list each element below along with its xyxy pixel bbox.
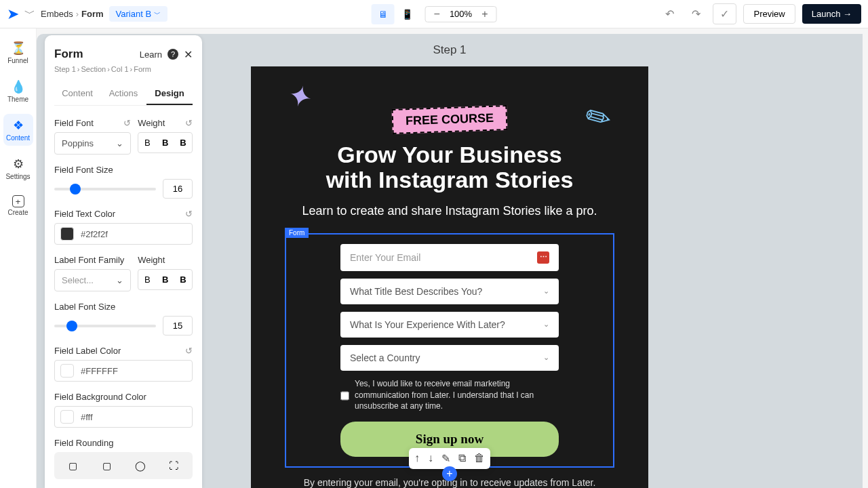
reset-icon[interactable]: ↺	[123, 118, 131, 128]
variant-selector[interactable]: Variant B ﹀	[109, 6, 168, 22]
country-select[interactable]: Select a Country⌄	[340, 345, 559, 371]
check-button[interactable]: ✓	[713, 3, 736, 24]
select-label: What Is Your Experience With Later?	[350, 319, 505, 330]
move-down-icon[interactable]: ↓	[428, 452, 433, 465]
zoom-in-button[interactable]: +	[479, 8, 490, 20]
chevron-down-icon: ﹀	[154, 9, 161, 19]
settings-icon: ⚙	[13, 157, 24, 171]
zoom-out-button[interactable]: −	[431, 8, 443, 20]
move-up-icon[interactable]: ↑	[414, 452, 420, 465]
email-field[interactable]: Enter Your Email ⋯	[340, 244, 559, 271]
reset-icon[interactable]: ↺	[185, 209, 193, 219]
pencil-icon: ✎	[579, 96, 618, 139]
launch-button[interactable]: Launch →	[802, 4, 861, 24]
field-font-size-label: Field Font Size	[54, 165, 113, 175]
help-icon[interactable]: ?	[167, 49, 178, 60]
reset-icon[interactable]: ↺	[185, 346, 193, 356]
rail-label: Funnel	[7, 57, 28, 64]
rail-funnel[interactable]: ⏳Funnel	[3, 37, 33, 68]
consent-checkbox[interactable]	[340, 380, 349, 412]
field-text-color-input[interactable]: #2f2f2f	[54, 223, 193, 245]
color-value: #FFFFFF	[81, 366, 118, 376]
variant-label: Variant B	[116, 9, 152, 19]
chevron-down-icon: ⌄	[543, 287, 549, 296]
label-font-size-input[interactable]	[163, 316, 193, 336]
rail-create[interactable]: +Create	[3, 191, 33, 220]
field-label-color-input[interactable]: #FFFFFF	[54, 360, 193, 382]
app-logo[interactable]: ➤	[7, 5, 19, 23]
weight-bold[interactable]: B	[156, 270, 174, 289]
rail-label: Theme	[7, 96, 28, 103]
label-font-family-select[interactable]: Select...⌄	[54, 269, 131, 291]
weight-bold[interactable]: B	[156, 133, 174, 152]
topbar-left: ➤ ﹀ Embeds › Form Variant B ﹀	[7, 5, 167, 23]
design-panel: Form Learn ? ✕ Step 1›Section›Col 1›Form…	[45, 35, 202, 488]
weight-regular[interactable]: B	[138, 270, 156, 289]
tab-actions[interactable]: Actions	[100, 83, 146, 105]
label-font-size-slider[interactable]	[54, 325, 156, 327]
weight-black[interactable]: B	[174, 270, 192, 289]
headline: Grow Your Businesswith Instagram Stories	[285, 142, 614, 193]
panel-tabs: Content Actions Design	[54, 83, 193, 106]
chevron-down-icon: ⌄	[116, 275, 123, 285]
field-font-size-input[interactable]	[163, 179, 193, 199]
title-select[interactable]: What Title Best Describes You?⌄	[340, 279, 559, 304]
topbar-center: 🖥 📱 − 100% +	[372, 4, 497, 24]
learn-link[interactable]: Learn	[140, 49, 162, 60]
redo-icon[interactable]: ↷	[686, 3, 706, 24]
preview-button[interactable]: Preview	[743, 4, 795, 24]
field-font-size-slider[interactable]	[54, 188, 156, 190]
rounding-full[interactable]: ⛶	[158, 455, 191, 476]
field-font-select[interactable]: Poppins⌄	[54, 132, 131, 155]
field-text-color-label: Field Text Color	[54, 209, 115, 219]
close-icon[interactable]: ✕	[184, 48, 193, 61]
form-region[interactable]: Form Enter Your Email ⋯ What Title Best …	[285, 233, 614, 468]
experience-select[interactable]: What Is Your Experience With Later?⌄	[340, 312, 559, 338]
field-bg-color-input[interactable]: #fff	[54, 406, 193, 428]
select-label: Select a Country	[350, 352, 420, 363]
panel-title: Form	[54, 47, 83, 61]
free-course-badge: FREE COURSE	[391, 105, 507, 134]
label-font-size-label: Label Font Size	[54, 302, 115, 312]
tab-design[interactable]: Design	[146, 83, 193, 105]
weight-buttons: BBB	[138, 269, 193, 290]
rounding-pill[interactable]: ◯	[124, 455, 157, 476]
left-rail: ⏳Funnel 💧Theme ❖Content ⚙Settings +Creat…	[0, 28, 37, 488]
rail-label: Content	[6, 134, 30, 142]
desktop-icon[interactable]: 🖥	[372, 4, 395, 24]
undo-icon[interactable]: ↶	[660, 3, 679, 24]
zoom-level: 100%	[450, 9, 472, 19]
chevron-down-icon[interactable]: ﹀	[24, 7, 35, 21]
weight-buttons: BBB	[138, 132, 193, 153]
breadcrumb-embeds[interactable]: Embeds	[41, 9, 73, 19]
rail-label: Create	[7, 209, 28, 216]
duplicate-icon[interactable]: ⧉	[458, 452, 466, 465]
breadcrumb-form[interactable]: Form	[81, 9, 104, 19]
chevron-down-icon: ⌄	[543, 320, 549, 329]
field-rounding-label: Field Rounding	[54, 438, 113, 448]
rounding-small[interactable]: ▢	[91, 455, 123, 476]
mobile-icon[interactable]: 📱	[395, 4, 420, 24]
rail-content[interactable]: ❖Content	[3, 114, 33, 146]
rounding-buttons: ▢ ▢ ◯ ⛶	[54, 452, 193, 479]
rounding-none[interactable]: ▢	[57, 455, 90, 476]
weight-regular[interactable]: B	[138, 133, 156, 152]
field-menu-icon[interactable]: ⋯	[537, 251, 549, 264]
weight-black[interactable]: B	[174, 133, 192, 152]
device-toggle: 🖥 📱	[372, 4, 420, 24]
content-icon: ❖	[13, 118, 24, 133]
reset-icon[interactable]: ↺	[185, 118, 193, 128]
page-preview: ✦ ✎ FREE COURSE Grow Your Businesswith I…	[251, 66, 648, 488]
tab-content[interactable]: Content	[54, 83, 100, 105]
subheadline: Learn to create and share Instagram Stor…	[285, 204, 614, 218]
add-element-button[interactable]: +	[442, 466, 457, 481]
consent-text: Yes, I would like to receive email marke…	[355, 378, 559, 412]
delete-icon[interactable]: 🗑	[474, 452, 485, 465]
email-placeholder: Enter Your Email	[350, 252, 420, 263]
rail-settings[interactable]: ⚙Settings	[3, 152, 33, 184]
edit-icon[interactable]: ✎	[441, 452, 450, 465]
rail-label: Settings	[5, 173, 30, 180]
color-value: #2f2f2f	[81, 229, 108, 239]
rail-theme[interactable]: 💧Theme	[3, 75, 33, 107]
color-value: #fff	[81, 412, 93, 422]
